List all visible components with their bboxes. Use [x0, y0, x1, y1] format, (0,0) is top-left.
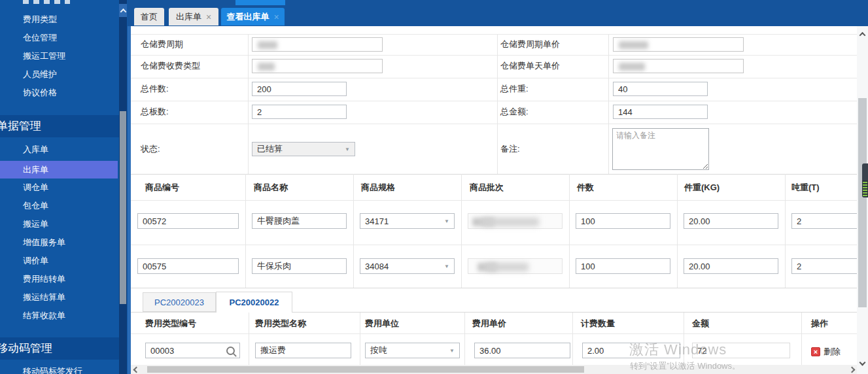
fee-tab-pc20020022[interactable]: PC20020022 — [216, 292, 292, 313]
fee-tab-pc20020023[interactable]: PC20020023 — [143, 292, 216, 312]
divider — [131, 78, 857, 78]
sidebar-item-clipped[interactable] — [23, 0, 70, 4]
divider — [497, 34, 498, 174]
fee-name-input[interactable] — [255, 343, 351, 358]
divider — [353, 174, 354, 288]
sidebar-scroll-up-arrow[interactable] — [119, 4, 127, 17]
product-code-input[interactable] — [137, 258, 239, 274]
divider — [131, 288, 857, 288]
chevron-down-icon — [859, 359, 866, 366]
divider — [248, 34, 249, 174]
product-code-input[interactable] — [137, 213, 239, 229]
col-header-piece-weight: 件重(KG) — [684, 181, 720, 194]
sidebar-item-outbound-order[interactable]: 出库单 — [0, 161, 118, 178]
scroll-left-arrow[interactable] — [131, 365, 141, 374]
sidebar-item-fee-carryover[interactable]: 费用结转单 — [23, 273, 65, 286]
fee-amount-input[interactable] — [692, 343, 790, 358]
product-batch-input[interactable] — [468, 258, 563, 274]
close-icon[interactable]: × — [206, 12, 211, 22]
tab-home[interactable]: 首页 — [134, 8, 164, 26]
product-spec-select[interactable]: 34171 ▼ — [360, 213, 455, 229]
chevron-left-icon — [133, 366, 139, 373]
sidebar-item-bin-mgmt[interactable]: 仓位管理 — [23, 31, 57, 44]
sidebar-item-agreed-price[interactable]: 协议价格 — [23, 86, 57, 99]
product-name-input[interactable] — [252, 213, 347, 229]
divider — [131, 200, 857, 201]
divider — [801, 312, 802, 365]
scroll-right-arrow[interactable] — [846, 365, 857, 374]
sidebar-item-reprice-order[interactable]: 调价单 — [23, 254, 48, 267]
chevron-up-icon — [120, 8, 126, 14]
horizontal-scrollbar[interactable] — [131, 365, 857, 374]
sidebar-item-mobile-label-issue[interactable]: 移动码标签发行 — [23, 365, 82, 374]
search-icon[interactable] — [226, 347, 235, 355]
tab-view-outbound-order[interactable]: 查看出库单 × — [221, 8, 285, 26]
remark-label: 备注: — [500, 143, 520, 156]
sidebar-item-inbound-order[interactable]: 入库单 — [23, 143, 48, 156]
close-icon[interactable]: × — [273, 12, 279, 22]
edge-docked-widget[interactable] — [862, 163, 868, 197]
status-select[interactable]: 已结算 ▼ — [252, 142, 355, 156]
total-amount-input[interactable] — [613, 105, 708, 119]
sidebar-item-transfer-order[interactable]: 调仓单 — [23, 181, 48, 194]
scroll-up-arrow[interactable] — [857, 29, 868, 39]
sidebar-item-vas-order[interactable]: 增值服务单 — [23, 236, 65, 249]
product-name-input[interactable] — [252, 258, 347, 274]
sidebar-item-settle-receipt[interactable]: 结算收款单 — [23, 309, 65, 322]
sidebar-item-fee-type[interactable]: 费用类型 — [23, 13, 57, 26]
storage-day-price-label: 仓储费单天单价 — [500, 60, 560, 73]
fee-unit-select[interactable]: 按吨 ▼ — [365, 343, 460, 358]
sidebar-section-doc-mgmt[interactable]: 单据管理 — [0, 115, 119, 137]
top-highlight-fragment — [235, 0, 285, 5]
sidebar-item-handling-order[interactable]: 搬运单 — [23, 218, 48, 231]
sidebar-item-porter-mgmt[interactable]: 搬运工管理 — [23, 50, 65, 63]
chevron-right-icon — [848, 366, 855, 373]
divider — [572, 312, 573, 365]
chevron-down-icon: ▼ — [444, 218, 449, 224]
sidebar-scrollbar[interactable] — [119, 0, 127, 374]
product-weight-input[interactable] — [684, 258, 778, 274]
divider — [684, 312, 684, 365]
product-batch-input[interactable] — [468, 213, 563, 229]
product-ton-input[interactable] — [791, 258, 857, 274]
horizontal-scrollbar-thumb[interactable] — [147, 366, 584, 373]
vertical-scrollbar-thumb[interactable] — [858, 98, 867, 307]
product-qty-input[interactable] — [576, 213, 670, 229]
sidebar-section-mobile-code[interactable]: 移动码管理 — [0, 337, 119, 360]
product-spec-value: 34171 — [365, 216, 389, 226]
product-ton-input[interactable] — [791, 213, 857, 229]
divider — [677, 174, 678, 288]
outbound-order-detail: 仓储费周期 仓储费周期单价 仓储费收费类型 仓储费单天单价 总件数: 总件重: … — [131, 26, 857, 374]
fee-price-input[interactable] — [474, 343, 570, 358]
storage-cycle-price-input[interactable] — [613, 37, 744, 52]
storage-cycle-label: 仓储费周期 — [141, 38, 183, 51]
total-weight-input[interactable] — [613, 82, 708, 96]
divider — [608, 34, 609, 174]
fee-qty-input[interactable] — [582, 343, 680, 358]
total-pieces-label: 总件数: — [141, 82, 169, 95]
tab-outbound-order[interactable]: 出库单 × — [169, 8, 218, 26]
total-amount-label: 总金额: — [500, 105, 529, 118]
product-weight-input[interactable] — [684, 213, 778, 229]
sidebar-item-charter-order[interactable]: 包仓单 — [23, 199, 48, 212]
divider — [131, 101, 857, 101]
product-spec-select[interactable]: 34084 ▼ — [360, 258, 455, 274]
sidebar-item-handling-settle[interactable]: 搬运结算单 — [23, 291, 65, 304]
divider — [131, 333, 857, 334]
redacted-value — [485, 263, 529, 271]
storage-cycle-input[interactable] — [252, 37, 383, 52]
sidebar-scrollbar-thumb[interactable] — [120, 111, 126, 304]
delete-button[interactable]: × 删除 — [811, 346, 841, 358]
app-window: 费用类型 仓位管理 搬运工管理 人员维护 协议价格 单据管理 入库单 出库单 调… — [0, 0, 868, 374]
scroll-down-arrow[interactable] — [857, 357, 868, 367]
storage-day-price-input[interactable] — [613, 59, 744, 73]
total-pallets-input[interactable] — [252, 105, 347, 119]
vertical-scrollbar[interactable] — [857, 26, 868, 374]
product-qty-input[interactable] — [576, 258, 670, 274]
remark-textarea[interactable] — [612, 128, 709, 170]
total-pieces-input[interactable] — [252, 82, 347, 96]
sidebar-item-staff-maint[interactable]: 人员维护 — [23, 68, 57, 81]
storage-cycle-price-label: 仓储费周期单价 — [500, 38, 560, 51]
storage-fee-type-input[interactable] — [252, 59, 383, 73]
divider — [131, 174, 857, 175]
